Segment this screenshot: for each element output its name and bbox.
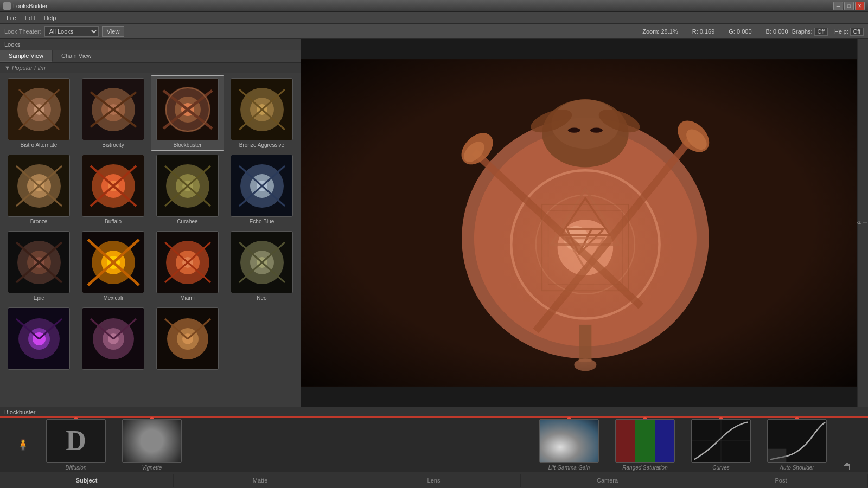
- g-value: G: 0.000: [729, 28, 751, 35]
- thumbnail-bronze-agg[interactable]: Bronze Aggressive: [225, 75, 298, 151]
- node-label-auto-shoulder: Auto Shoulder: [780, 465, 814, 471]
- thumbnail-buffalo[interactable]: Buffalo: [76, 152, 150, 227]
- node-box-vignette[interactable]: [122, 419, 182, 463]
- thumbnail-bistro-alt[interactable]: Bistro Alternate: [2, 75, 75, 151]
- minimize-button[interactable]: ─: [833, 2, 843, 10]
- menu-help[interactable]: Help: [40, 14, 61, 22]
- thumbnail-label: Neo: [257, 295, 266, 301]
- thumbnail-label: Bronze: [30, 219, 48, 224]
- main-content: Looks Sample View Chain View ▼ Popular F…: [0, 39, 868, 407]
- thumbnail-miami[interactable]: Miami: [151, 228, 224, 304]
- pipeline-tab-camera[interactable]: Camera: [521, 474, 694, 487]
- close-button[interactable]: ✕: [855, 2, 865, 10]
- thumbnail-label: Curahee: [177, 219, 197, 224]
- thumbnail-img-miami: [156, 231, 219, 293]
- trash-icon[interactable]: 🗑: [843, 462, 852, 472]
- category-label: Popular Film: [12, 65, 46, 71]
- thumbnail-label: Bistro Alternate: [21, 142, 58, 148]
- thumbnail-row4-3[interactable]: [151, 305, 224, 374]
- help-toggle[interactable]: Off: [850, 28, 864, 36]
- menu-bar: File Edit Help: [0, 12, 868, 24]
- pipeline-tab-matte[interactable]: Matte: [174, 474, 347, 487]
- thumbnail-label: Bistrocity: [102, 142, 124, 148]
- tab-chain-view[interactable]: Chain View: [53, 50, 100, 62]
- thumbnail-img-epic: [8, 231, 70, 293]
- toolbar: Look Theater: All Looks View Zoom: 28.1%…: [0, 24, 868, 39]
- thumbnail-img-curahee: [156, 155, 219, 217]
- thumbnail-row4-1[interactable]: [2, 305, 75, 374]
- maximize-button[interactable]: □: [844, 2, 854, 10]
- node-diffusion[interactable]: D Diffusion: [46, 419, 106, 471]
- thumbnail-label: Bronze Aggressive: [239, 142, 284, 148]
- tab-sample-view[interactable]: Sample View: [0, 50, 53, 62]
- graphs-toggle[interactable]: Off: [814, 28, 828, 36]
- thumbnail-row4-2[interactable]: [76, 305, 150, 374]
- thumbnails-grid: Bistro Alternate: [2, 75, 298, 374]
- look-theater-dropdown[interactable]: All Looks: [44, 26, 99, 37]
- thumbnail-img-bistrocity: [82, 78, 144, 140]
- pipeline-tab-lens[interactable]: Lens: [347, 474, 521, 487]
- side-label-t: T: [862, 221, 868, 224]
- menu-file[interactable]: File: [2, 14, 21, 22]
- node-lift-gamma[interactable]: Lift-Gamma-Gain: [539, 419, 599, 471]
- thumbnail-img-row4-3: [156, 307, 219, 370]
- zoom-label: Zoom: 28.1%: [642, 28, 678, 35]
- menu-edit[interactable]: Edit: [21, 14, 40, 22]
- look-name-bar: Blockbuster: [0, 407, 868, 418]
- thumbnail-img-bronze-agg: [231, 78, 293, 140]
- node-box-curves[interactable]: [691, 419, 751, 463]
- svg-rect-145: [301, 59, 857, 387]
- category-header: ▼ Popular Film: [0, 63, 301, 73]
- preview-image: [301, 39, 857, 407]
- thumbnail-label: Miami: [180, 295, 195, 301]
- r-value: R: 0.169: [692, 28, 715, 35]
- thumbnail-img-row4-1: [8, 307, 70, 370]
- thumbnail-img-buffalo: [82, 155, 144, 217]
- svg-rect-157: [768, 448, 786, 462]
- node-box-lift-gamma[interactable]: [539, 419, 599, 463]
- thumbnails-container[interactable]: Bistro Alternate: [0, 73, 301, 407]
- node-box-ranged-sat[interactable]: [615, 419, 675, 463]
- thumbnail-img-neo: [231, 231, 293, 293]
- thumbnail-blockbuster[interactable]: Blockbuster: [151, 75, 224, 151]
- thumbnail-bistrocity[interactable]: Bistrocity: [76, 75, 150, 151]
- thumbnail-img-echo-blue: [231, 155, 293, 217]
- node-label-curves: Curves: [712, 465, 730, 471]
- node-ranged-sat[interactable]: Ranged Saturation: [615, 419, 675, 471]
- pipeline-tab-subject[interactable]: Subject: [0, 474, 174, 487]
- thumbnail-mexicali[interactable]: Mexicali: [76, 228, 150, 304]
- node-auto-shoulder[interactable]: Auto Shoulder: [767, 419, 827, 471]
- preview-panel: [301, 39, 857, 407]
- thumbnail-echo-blue[interactable]: Echo Blue: [225, 152, 298, 227]
- node-label-diffusion: Diffusion: [66, 465, 87, 471]
- thumbnail-curahee[interactable]: Curahee: [151, 152, 224, 227]
- bottom-nodes: 🧍 D Diffusion Vignette Lift-Gamma-Gain: [0, 418, 868, 472]
- thumbnail-img-row4-2: [82, 307, 144, 370]
- thumbnail-bronze[interactable]: Bronze: [2, 152, 75, 227]
- graphs-info: Graphs: Off Help: Off: [792, 28, 864, 35]
- node-vignette[interactable]: Vignette: [122, 419, 182, 471]
- view-button[interactable]: View: [102, 26, 125, 37]
- svg-rect-151: [635, 419, 655, 462]
- trash-icon-container: 🗑: [843, 451, 852, 472]
- node-curves[interactable]: Curves: [691, 419, 751, 471]
- node-label-lift-gamma: Lift-Gamma-Gain: [548, 465, 590, 471]
- thumbnail-label: Echo Blue: [250, 219, 275, 224]
- thumbnail-epic[interactable]: Epic: [2, 228, 75, 304]
- thumbnail-img-blockbuster: [156, 78, 219, 140]
- node-box-diffusion[interactable]: D: [46, 419, 106, 463]
- subject-person-icon: 🧍: [16, 438, 30, 451]
- window-title: LooksBuilder: [13, 3, 833, 9]
- b-value: B: 0.000: [766, 28, 788, 35]
- title-bar: LooksBuilder ─ □ ✕: [0, 0, 868, 12]
- node-label-ranged-sat: Ranged Saturation: [622, 465, 667, 471]
- pipeline-tabs: Subject Matte Lens Camera Post: [0, 472, 868, 488]
- person-icon: 🧍: [16, 438, 30, 451]
- thumbnail-label: Blockbuster: [173, 142, 201, 148]
- node-box-auto-shoulder[interactable]: [767, 419, 827, 463]
- thumbnail-neo[interactable]: Neo: [225, 228, 298, 304]
- side-panel-right: T θ e i l: [857, 39, 868, 407]
- look-theater-label: Look Theater:: [4, 28, 41, 35]
- pipeline-tab-post[interactable]: Post: [694, 474, 868, 487]
- window-controls: ─ □ ✕: [833, 2, 865, 10]
